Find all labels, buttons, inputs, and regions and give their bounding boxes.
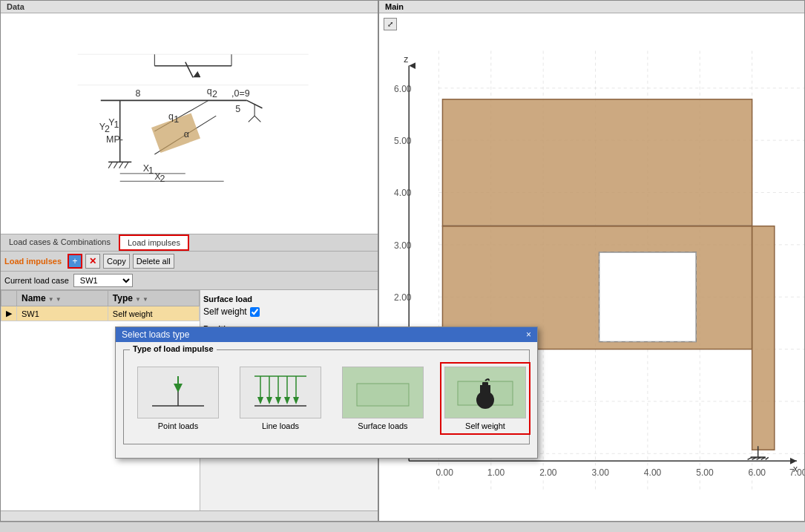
row-selector: ▶: [1, 306, 17, 321]
line-loads-icon: [240, 367, 321, 418]
surface-loads-icon: [342, 367, 424, 418]
svg-text:1.00: 1.00: [487, 467, 505, 478]
line-loads-option[interactable]: Line loads: [235, 362, 326, 435]
svg-text:5: 5: [235, 104, 240, 114]
svg-rect-61: [599, 252, 697, 342]
load-type-legend: Type of load impulse: [130, 344, 217, 353]
delete-all-button[interactable]: Delete all: [133, 254, 174, 269]
svg-text:z: z: [404, 54, 408, 65]
svg-marker-96: [257, 397, 263, 404]
svg-text:q: q: [168, 111, 174, 122]
type-filter-icon[interactable]: ▼: [135, 296, 148, 303]
svg-text:2.00: 2.00: [394, 292, 412, 303]
self-weight-checkbox[interactable]: [250, 307, 260, 317]
self-weight-label: Self weight: [203, 306, 247, 317]
dialog-content: Type of load impulse: [116, 342, 537, 458]
line-load-svg: [247, 370, 314, 415]
svg-rect-110: [482, 382, 488, 387]
impulses-label: Load impulses: [4, 257, 62, 266]
svg-text:α: α: [184, 129, 189, 139]
svg-text:MP-: MP-: [106, 134, 123, 145]
row-type: Self weight: [108, 306, 199, 321]
svg-text:1: 1: [148, 165, 154, 176]
surface-load-svg: [349, 370, 416, 415]
col-name: Name ▼: [17, 291, 108, 306]
svg-text:7.00: 7.00: [789, 467, 804, 478]
current-loadcase-label: Current load case: [4, 276, 69, 285]
svg-text:5.00: 5.00: [394, 136, 412, 146]
tab-load-cases[interactable]: Load cases & Combinations: [1, 234, 119, 251]
copy-button[interactable]: Copy: [103, 254, 130, 269]
svg-rect-63: [752, 226, 775, 450]
left-scrollbar[interactable]: [1, 510, 378, 521]
load-type-group: Type of load impulse: [123, 349, 530, 444]
name-filter-icon[interactable]: ▼: [48, 296, 62, 303]
impulses-toolbar: Load impulses + ✕ Copy Delete all: [1, 252, 378, 272]
current-loadcase-select[interactable]: SW1: [73, 274, 133, 287]
svg-text:2: 2: [212, 89, 217, 99]
tab-load-impulses[interactable]: Load impulses: [119, 234, 189, 251]
svg-text:4.00: 4.00: [394, 188, 412, 199]
line-loads-label: Line loads: [262, 421, 299, 430]
add-impulse-button[interactable]: +: [68, 254, 82, 269]
impulses-table: Name ▼ Type ▼ ▶: [1, 290, 200, 321]
surface-load-section: Surface load Self weight: [203, 293, 375, 318]
status-bar: [0, 522, 805, 532]
dialog-title: Select loads type: [122, 329, 189, 340]
point-loads-label: Point loads: [158, 421, 198, 430]
table-row[interactable]: ▶ SW1 Self weight: [1, 306, 200, 321]
row-name: SW1: [17, 306, 108, 321]
loadcase-row: Current load case SW1: [1, 272, 378, 290]
structural-diagram: q 2 q 1 α X 1 X 2 Y 2: [1, 13, 378, 234]
plus-icon: +: [73, 256, 78, 266]
point-loads-icon: [137, 367, 219, 418]
svg-marker-104: [293, 397, 299, 404]
tabs-bar: Load cases & Combinations Load impulses: [1, 234, 378, 252]
svg-text:8: 8: [135, 88, 140, 99]
select-loads-dialog[interactable]: Select loads type × Type of load impulse: [115, 326, 538, 459]
col-type: Type ▼: [108, 291, 199, 306]
svg-text:6.00: 6.00: [394, 84, 412, 94]
dialog-close-button[interactable]: ×: [526, 329, 531, 340]
self-weight-row: Self weight: [203, 305, 375, 318]
svg-text:2.00: 2.00: [539, 467, 557, 478]
self-weight-option[interactable]: Self weight: [440, 362, 530, 435]
dialog-titlebar: Select loads type ×: [116, 327, 537, 342]
self-weight-label: Self weight: [465, 421, 505, 430]
svg-text:4.00: 4.00: [644, 467, 662, 478]
svg-text:q: q: [207, 86, 212, 96]
svg-text:1: 1: [114, 119, 119, 130]
delete-icon: ✕: [89, 256, 96, 266]
app-window: Data: [0, 0, 805, 532]
svg-marker-100: [275, 397, 281, 404]
surface-loads-option[interactable]: Surface loads: [338, 362, 428, 435]
svg-text:3.00: 3.00: [394, 240, 412, 251]
left-panel-tab: Data: [1, 1, 378, 13]
expand-button[interactable]: ⤢: [384, 18, 397, 30]
svg-rect-106: [357, 384, 409, 406]
surface-loads-label: Surface loads: [358, 421, 407, 430]
svg-text:,0=9: ,0=9: [231, 88, 250, 99]
svg-text:6.00: 6.00: [749, 467, 766, 478]
svg-marker-98: [266, 397, 272, 404]
load-type-options: Point loads: [133, 356, 520, 435]
svg-text:2: 2: [160, 174, 165, 184]
svg-rect-56: [442, 99, 752, 226]
svg-text:0.00: 0.00: [436, 467, 453, 478]
svg-text:1: 1: [174, 114, 179, 125]
svg-text:3.00: 3.00: [592, 467, 610, 478]
surface-load-title: Surface load: [203, 293, 375, 305]
right-panel-tab: Main: [379, 1, 804, 13]
svg-marker-102: [284, 397, 290, 404]
self-weight-icon: [444, 367, 526, 418]
svg-text:5.00: 5.00: [696, 467, 714, 478]
point-load-svg: [145, 370, 211, 415]
self-weight-svg: [452, 370, 519, 415]
col-arrow: [1, 291, 17, 306]
point-loads-option[interactable]: Point loads: [133, 362, 223, 435]
diagram-area: q 2 q 1 α X 1 X 2 Y 2: [1, 13, 378, 234]
delete-impulse-button[interactable]: ✕: [85, 254, 100, 269]
